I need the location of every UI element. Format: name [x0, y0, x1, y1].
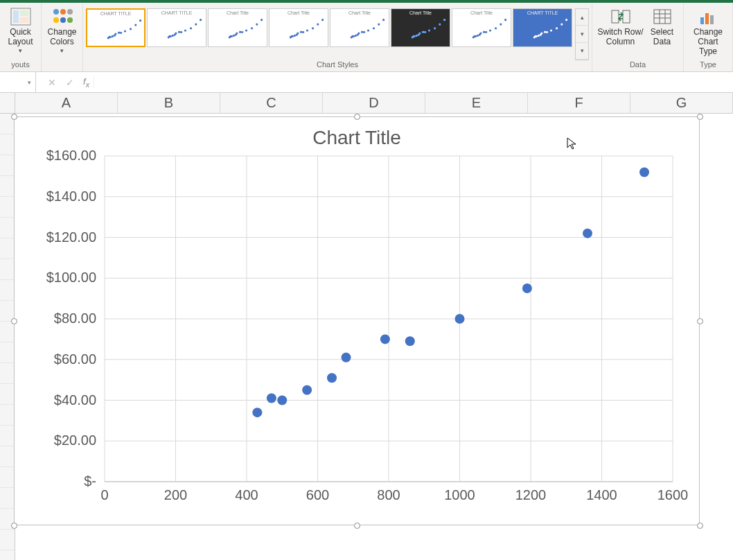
- svg-point-76: [422, 31, 424, 33]
- selection-handle[interactable]: [11, 523, 17, 529]
- svg-rect-2: [20, 10, 28, 16]
- row-header[interactable]: [0, 259, 15, 280]
- row-header[interactable]: [0, 467, 15, 488]
- svg-point-31: [190, 27, 192, 29]
- selection-handle[interactable]: [11, 318, 17, 324]
- accept-formula-button[interactable]: ✓: [61, 77, 79, 88]
- data-point[interactable]: [522, 283, 532, 293]
- column-header[interactable]: C: [220, 93, 323, 113]
- svg-point-100: [544, 31, 546, 33]
- data-point[interactable]: [252, 408, 262, 417]
- change-colors-icon: [51, 6, 73, 28]
- worksheet-area[interactable]: Chart Title $-$20.00$40.00$60.00$80.00$1…: [0, 114, 733, 560]
- chart-style-thumbnail[interactable]: CHART TITLE: [147, 8, 206, 47]
- selection-handle[interactable]: [11, 114, 17, 120]
- row-header[interactable]: [0, 280, 15, 301]
- row-header[interactable]: [0, 363, 15, 384]
- style-gallery-scroll-button[interactable]: ▴: [576, 9, 588, 26]
- selection-handle[interactable]: [354, 114, 360, 120]
- svg-point-65: [363, 31, 365, 33]
- selection-handle[interactable]: [697, 318, 703, 324]
- formula-input[interactable]: [94, 72, 733, 92]
- svg-point-17: [120, 32, 122, 34]
- row-header[interactable]: [0, 342, 15, 363]
- dropdown-arrow-icon: ▾: [28, 79, 31, 86]
- select-data-button[interactable]: Select Data: [645, 4, 680, 49]
- switch-row-column-button[interactable]: Switch Row/ Column: [596, 4, 644, 49]
- svg-text:$140.00: $140.00: [46, 189, 96, 204]
- row-header[interactable]: [0, 134, 15, 155]
- chart-style-thumbnail[interactable]: CHART TITLE: [513, 8, 572, 47]
- column-header[interactable]: A: [15, 93, 118, 113]
- chart-title[interactable]: Chart Title: [15, 117, 699, 149]
- svg-text:600: 600: [306, 487, 329, 502]
- data-point[interactable]: [583, 229, 592, 238]
- svg-text:$120.00: $120.00: [46, 229, 96, 245]
- row-header[interactable]: [0, 530, 15, 550]
- embedded-chart[interactable]: Chart Title $-$20.00$40.00$60.00$80.00$1…: [14, 116, 700, 525]
- chart-style-thumbnail[interactable]: Chart Title: [269, 8, 328, 47]
- selection-handle[interactable]: [697, 114, 703, 120]
- row-header[interactable]: [0, 176, 15, 197]
- svg-text:1200: 1200: [515, 487, 547, 502]
- type-group: Change Chart Type Type: [684, 3, 733, 71]
- data-point[interactable]: [302, 385, 312, 395]
- chart-style-thumbnail[interactable]: Chart Title: [391, 8, 450, 47]
- style-gallery-expand-button[interactable]: ▾: [576, 43, 588, 60]
- row-header[interactable]: [0, 197, 15, 218]
- svg-text:$40.00: $40.00: [54, 392, 96, 408]
- row-header[interactable]: [0, 155, 15, 176]
- svg-point-4: [53, 9, 59, 15]
- row-header[interactable]: [0, 446, 15, 467]
- selection-handle[interactable]: [697, 523, 703, 529]
- row-header[interactable]: [0, 322, 15, 342]
- svg-point-30: [184, 29, 186, 31]
- data-point[interactable]: [342, 353, 351, 362]
- svg-point-81: [443, 19, 445, 21]
- svg-rect-3: [20, 17, 28, 23]
- data-point[interactable]: [327, 373, 337, 383]
- svg-point-8: [60, 17, 66, 23]
- svg-point-99: [540, 32, 542, 34]
- data-point[interactable]: [405, 336, 415, 346]
- row-header[interactable]: [0, 426, 15, 446]
- chart-style-thumbnail[interactable]: Chart Title: [330, 8, 389, 47]
- data-point[interactable]: [267, 394, 276, 403]
- chart-plot-area[interactable]: $-$20.00$40.00$60.00$80.00$100.00$120.00…: [15, 149, 694, 516]
- column-header[interactable]: F: [528, 93, 630, 113]
- svg-point-24: [170, 35, 172, 37]
- row-header[interactable]: [0, 384, 15, 405]
- row-header[interactable]: [0, 238, 15, 259]
- data-point[interactable]: [455, 314, 465, 324]
- chart-style-thumbnail[interactable]: CHART TITLE: [86, 8, 145, 47]
- style-gallery-scroll-button[interactable]: ▾: [576, 26, 588, 42]
- fx-icon[interactable]: fx: [79, 76, 94, 89]
- column-header[interactable]: B: [118, 93, 220, 113]
- quick-layout-button[interactable]: Quick Layout ▾: [3, 4, 38, 55]
- selection-handle[interactable]: [354, 523, 360, 529]
- column-header[interactable]: D: [323, 93, 425, 113]
- select-all-corner[interactable]: [0, 93, 15, 113]
- svg-text:$160.00: $160.00: [46, 149, 96, 163]
- cancel-formula-button[interactable]: ✕: [43, 77, 61, 88]
- row-header[interactable]: [0, 218, 15, 238]
- column-header[interactable]: G: [630, 93, 733, 113]
- data-point[interactable]: [639, 168, 649, 177]
- change-chart-type-button[interactable]: Change Chart Type: [687, 4, 730, 58]
- chart-style-thumbnail[interactable]: Chart Title: [208, 8, 267, 47]
- row-header[interactable]: [0, 405, 15, 426]
- svg-rect-115: [710, 15, 714, 24]
- svg-point-66: [367, 29, 369, 31]
- change-colors-label: Change Colors: [47, 28, 76, 47]
- svg-text:$20.00: $20.00: [54, 432, 96, 448]
- chart-style-thumbnail[interactable]: Chart Title: [452, 8, 511, 47]
- svg-point-89: [485, 31, 487, 33]
- change-colors-button[interactable]: Change Colors ▾: [45, 4, 80, 55]
- layouts-group-label: youts: [3, 60, 38, 70]
- row-header[interactable]: [0, 550, 15, 560]
- data-point[interactable]: [380, 334, 390, 344]
- column-header[interactable]: E: [425, 93, 528, 113]
- name-box[interactable]: ▾: [0, 72, 36, 92]
- data-point[interactable]: [277, 396, 287, 405]
- row-header[interactable]: [0, 488, 15, 509]
